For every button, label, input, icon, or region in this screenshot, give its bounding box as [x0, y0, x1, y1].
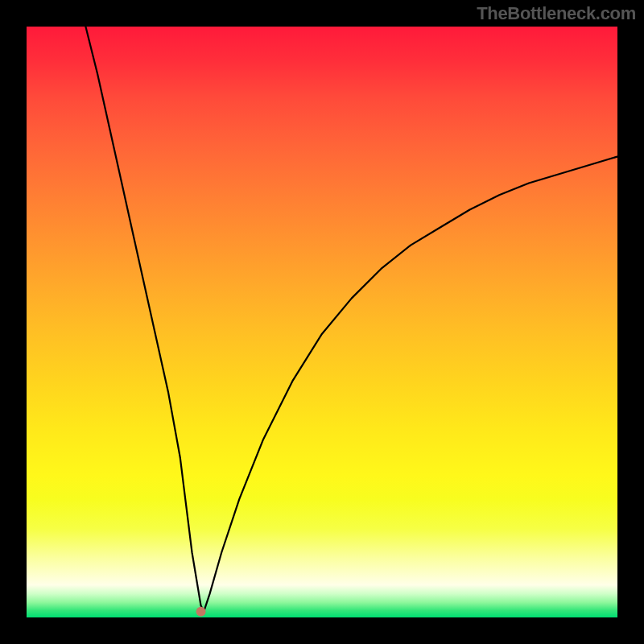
plot-area	[27, 27, 617, 617]
bottleneck-curve	[85, 27, 617, 612]
chart-frame: TheBottleneck.com	[0, 0, 644, 644]
curve-svg	[27, 27, 617, 617]
watermark-text: TheBottleneck.com	[477, 3, 636, 24]
optimal-point-marker	[196, 607, 206, 617]
